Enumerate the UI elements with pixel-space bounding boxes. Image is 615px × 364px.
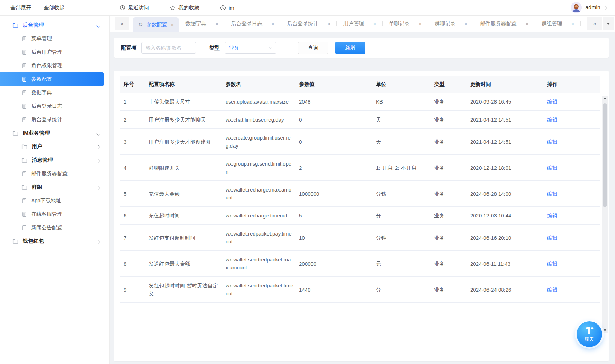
sidebar-item-15[interactable]: 新闻公告配置: [0, 221, 109, 234]
sidebar-item-11[interactable]: 邮件服务器配置: [0, 167, 109, 180]
close-icon[interactable]: ×: [419, 21, 422, 27]
config-search-input[interactable]: [141, 42, 196, 54]
tabs-scroll-left-button[interactable]: «: [115, 17, 129, 30]
sidebar-item-1[interactable]: 菜单管理: [0, 32, 109, 45]
cell-action: 编辑: [544, 155, 600, 181]
document-icon: [21, 104, 27, 109]
query-button[interactable]: 查询: [298, 42, 328, 54]
tab-5[interactable]: 单聊记录×: [383, 16, 428, 32]
cell-unit: 元: [373, 251, 431, 277]
type-select[interactable]: 业务: [225, 42, 276, 54]
sidebar-item-16[interactable]: 钱包红包: [0, 234, 109, 248]
scrollbar-thumb[interactable]: [603, 103, 607, 207]
cell-updated: 2020-09-28 16:45: [467, 93, 544, 111]
tabs-scroll-right-button[interactable]: »: [587, 17, 602, 30]
sidebar-item-4[interactable]: 参数配置: [0, 72, 104, 86]
tab-divider: [580, 21, 581, 26]
tab-6[interactable]: 群聊记录×: [428, 16, 474, 32]
edit-link[interactable]: 编辑: [547, 213, 557, 219]
edit-link[interactable]: 编辑: [547, 235, 557, 241]
sidebar-item-13[interactable]: App下载地址: [0, 194, 109, 207]
sidebar-item-14[interactable]: 在线客服管理: [0, 207, 109, 221]
tab-label: 邮件服务器配置: [480, 20, 517, 27]
im-menu[interactable]: im: [220, 5, 234, 11]
cell-updated: 2024-06-28 14:00: [467, 181, 544, 207]
config-table-card: 序号配置项名称参数名参数值单位类型更新时间操作 1上传头像最大尺寸user.up…: [114, 71, 609, 361]
close-icon[interactable]: ×: [170, 22, 174, 28]
edit-link[interactable]: 编辑: [547, 191, 557, 197]
table-row: 5充值最大金额wx.wallet.recharge.max.amount1000…: [120, 181, 600, 207]
tab-8[interactable]: 群组管理×: [535, 16, 581, 32]
sidebar-item-label: 参数配置: [31, 76, 52, 82]
tab-1[interactable]: 数据字典×: [179, 16, 225, 32]
column-header: 配置项名称: [146, 76, 223, 93]
cell-no: 9: [120, 277, 146, 303]
sidebar-item-0[interactable]: 后台管理: [0, 18, 109, 32]
cell-updated: 2020-12-12 18:01: [467, 155, 544, 181]
close-icon[interactable]: ×: [215, 21, 218, 27]
topbar: 全部展开 全部收起 最近访问 我的收藏: [0, 0, 615, 16]
table-row: 7发红包支付超时时间wx.wallet.redpacket.pay.timeou…: [120, 225, 600, 251]
close-icon[interactable]: ×: [271, 21, 274, 27]
table-scrollbar[interactable]: [602, 96, 608, 333]
cell-no: 6: [120, 207, 146, 225]
edit-link[interactable]: 编辑: [547, 261, 557, 267]
sidebar-item-3[interactable]: 角色权限管理: [0, 59, 109, 72]
sidebar-item-12[interactable]: 群组: [0, 180, 109, 194]
double-chevron-left-icon: «: [120, 20, 123, 27]
edit-link[interactable]: 编辑: [547, 99, 557, 105]
edit-link[interactable]: 编辑: [547, 287, 557, 293]
close-icon[interactable]: ×: [373, 21, 376, 27]
tabs-dropdown-button[interactable]: [603, 17, 614, 30]
sidebar-item-label: 消息管理: [32, 157, 53, 164]
refresh-icon[interactable]: ↻: [138, 22, 143, 27]
edit-link[interactable]: 编辑: [547, 139, 557, 145]
tab-7[interactable]: 邮件服务器配置×: [474, 16, 535, 32]
tab-label: 后台登录日志: [231, 20, 262, 27]
cell-type: 业务: [431, 93, 467, 111]
user-menu[interactable]: admin: [571, 2, 607, 13]
edit-link[interactable]: 编辑: [547, 165, 557, 171]
chat-float-button[interactable]: 聊天: [577, 321, 602, 347]
sidebar-item-7[interactable]: 后台登录统计: [0, 113, 109, 126]
document-icon: [21, 198, 27, 204]
cell-key: wx.wallet.recharge.timeout: [223, 207, 296, 225]
tab-2[interactable]: 后台登录日志×: [225, 16, 281, 32]
edit-link[interactable]: 编辑: [547, 117, 557, 123]
column-header: 参数值: [296, 76, 373, 93]
close-icon[interactable]: ×: [571, 21, 574, 27]
tab-label: 群组管理: [542, 20, 562, 27]
clock-icon: [120, 5, 125, 11]
collapse-all-button[interactable]: 全部收起: [44, 5, 64, 11]
tab-4[interactable]: 用户管理×: [337, 16, 382, 32]
sidebar-item-label: 角色权限管理: [31, 62, 62, 69]
cell-type: 业务: [431, 277, 467, 303]
table-row: 3用户注册多少天才能创建群wx.create.group.limit.user.…: [120, 129, 600, 155]
favorites-menu[interactable]: 我的收藏: [170, 5, 199, 11]
scroll-up-arrow[interactable]: [602, 96, 608, 101]
close-icon[interactable]: ×: [327, 21, 331, 27]
recent-visits-menu[interactable]: 最近访问: [120, 5, 149, 11]
chevron-down-icon: [269, 46, 273, 49]
close-icon[interactable]: ×: [526, 21, 529, 27]
add-button[interactable]: 新增: [335, 42, 365, 54]
close-icon[interactable]: ×: [464, 21, 467, 27]
sidebar-item-5[interactable]: 数据字典: [0, 86, 109, 99]
cell-no: 8: [120, 251, 146, 277]
cell-action: 编辑: [544, 225, 600, 251]
expand-all-button[interactable]: 全部展开: [10, 5, 31, 11]
sidebar-item-2[interactable]: 后台用户管理: [0, 45, 109, 59]
type-select-value: 业务: [229, 45, 239, 51]
cell-key: wx.chat.limit.user.reg.day: [223, 111, 296, 129]
cell-key: wx.wallet.sendredpacket.timeout: [223, 277, 296, 303]
tab-3[interactable]: 后台登录统计×: [281, 16, 337, 32]
sidebar-item-6[interactable]: 后台登录日志: [0, 99, 109, 113]
tab-0[interactable]: ↻参数配置×: [133, 17, 179, 32]
cell-no: 2: [120, 111, 146, 129]
chevron-right-icon: [97, 157, 100, 163]
sidebar-item-9[interactable]: 用户: [0, 140, 109, 153]
sidebar-item-8[interactable]: IM业务管理: [0, 126, 109, 140]
sidebar-item-10[interactable]: 消息管理: [0, 153, 109, 167]
cell-updated: 2021-04-12 14:51: [467, 129, 544, 155]
scroll-down-arrow[interactable]: [602, 328, 608, 333]
